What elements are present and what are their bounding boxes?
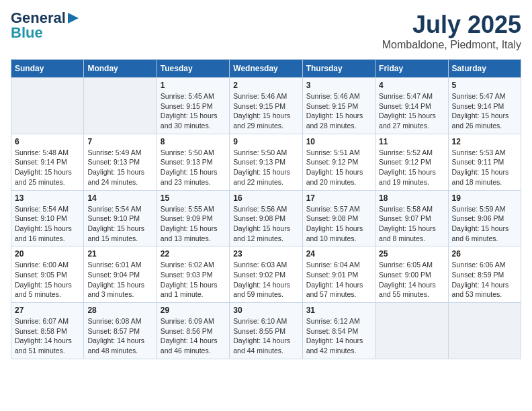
calendar-table: SundayMondayTuesdayWednesdayThursdayFrid… xyxy=(11,59,521,359)
day-info: Sunrise: 5:53 AM Sunset: 9:11 PM Dayligh… xyxy=(452,148,517,187)
calendar-day-cell: 4Sunrise: 5:47 AM Sunset: 9:14 PM Daylig… xyxy=(375,78,448,134)
day-info: Sunrise: 6:04 AM Sunset: 9:01 PM Dayligh… xyxy=(306,260,371,300)
day-number: 6 xyxy=(15,137,80,146)
day-info: Sunrise: 5:47 AM Sunset: 9:14 PM Dayligh… xyxy=(452,91,517,131)
day-number: 27 xyxy=(15,306,80,315)
day-info: Sunrise: 5:50 AM Sunset: 9:13 PM Dayligh… xyxy=(233,148,298,187)
calendar-day-cell: 19Sunrise: 5:59 AM Sunset: 9:06 PM Dayli… xyxy=(448,190,521,246)
day-number: 17 xyxy=(306,193,371,203)
day-number: 3 xyxy=(306,81,371,90)
day-number: 2 xyxy=(233,81,298,90)
calendar-week-row: 27Sunrise: 6:07 AM Sunset: 8:58 PM Dayli… xyxy=(11,303,521,359)
day-number: 20 xyxy=(15,249,80,259)
weekday-header-row: SundayMondayTuesdayWednesdayThursdayFrid… xyxy=(11,60,521,78)
calendar-day-cell: 20Sunrise: 6:00 AM Sunset: 9:05 PM Dayli… xyxy=(11,246,84,303)
day-info: Sunrise: 6:08 AM Sunset: 8:57 PM Dayligh… xyxy=(87,316,152,356)
calendar-week-row: 13Sunrise: 5:54 AM Sunset: 9:10 PM Dayli… xyxy=(11,190,521,246)
calendar-day-cell: 9Sunrise: 5:50 AM Sunset: 9:13 PM Daylig… xyxy=(230,134,302,190)
day-info: Sunrise: 5:49 AM Sunset: 9:13 PM Dayligh… xyxy=(87,148,152,187)
calendar-body: 1Sunrise: 5:45 AM Sunset: 9:15 PM Daylig… xyxy=(11,78,521,359)
title-block: July 2025 Mombaldone, Piedmont, Italy xyxy=(382,11,521,51)
day-info: Sunrise: 6:02 AM Sunset: 9:03 PM Dayligh… xyxy=(161,260,226,300)
logo-blue-text: Blue xyxy=(11,26,43,40)
day-number: 12 xyxy=(452,137,517,146)
weekday-header-cell: Friday xyxy=(375,60,448,78)
day-info: Sunrise: 6:09 AM Sunset: 8:56 PM Dayligh… xyxy=(161,316,226,356)
calendar-day-cell: 22Sunrise: 6:02 AM Sunset: 9:03 PM Dayli… xyxy=(157,246,229,303)
calendar-day-cell: 7Sunrise: 5:49 AM Sunset: 9:13 PM Daylig… xyxy=(84,134,157,190)
calendar-day-cell: 2Sunrise: 5:46 AM Sunset: 9:15 PM Daylig… xyxy=(230,78,302,134)
weekday-header-cell: Monday xyxy=(84,60,157,78)
calendar-day-cell: 12Sunrise: 5:53 AM Sunset: 9:11 PM Dayli… xyxy=(448,134,521,190)
day-number: 10 xyxy=(306,137,371,146)
day-number: 8 xyxy=(161,137,226,146)
day-number: 18 xyxy=(379,193,444,203)
calendar-day-cell: 5Sunrise: 5:47 AM Sunset: 9:14 PM Daylig… xyxy=(448,78,521,134)
day-number: 13 xyxy=(15,193,80,203)
day-number: 29 xyxy=(161,306,226,315)
calendar-day-cell: 10Sunrise: 5:51 AM Sunset: 9:12 PM Dayli… xyxy=(302,134,375,190)
calendar-day-cell: 27Sunrise: 6:07 AM Sunset: 8:58 PM Dayli… xyxy=(11,303,84,359)
day-number: 19 xyxy=(452,193,517,203)
day-info: Sunrise: 5:52 AM Sunset: 9:12 PM Dayligh… xyxy=(379,148,444,187)
calendar-day-cell: 14Sunrise: 5:54 AM Sunset: 9:10 PM Dayli… xyxy=(84,190,157,246)
day-info: Sunrise: 5:47 AM Sunset: 9:14 PM Dayligh… xyxy=(379,91,444,131)
day-info: Sunrise: 5:51 AM Sunset: 9:12 PM Dayligh… xyxy=(306,148,371,187)
calendar-day-cell: 16Sunrise: 5:56 AM Sunset: 9:08 PM Dayli… xyxy=(230,190,302,246)
day-number: 1 xyxy=(161,81,226,90)
calendar-day-cell: 28Sunrise: 6:08 AM Sunset: 8:57 PM Dayli… xyxy=(84,303,157,359)
location-text: Mombaldone, Piedmont, Italy xyxy=(382,39,521,51)
day-number: 31 xyxy=(306,306,371,315)
calendar-week-row: 20Sunrise: 6:00 AM Sunset: 9:05 PM Dayli… xyxy=(11,246,521,303)
day-info: Sunrise: 5:48 AM Sunset: 9:14 PM Dayligh… xyxy=(15,148,80,187)
day-number: 22 xyxy=(161,249,226,259)
day-info: Sunrise: 6:07 AM Sunset: 8:58 PM Dayligh… xyxy=(15,316,80,356)
day-number: 11 xyxy=(379,137,444,146)
day-info: Sunrise: 5:46 AM Sunset: 9:15 PM Dayligh… xyxy=(306,91,371,131)
calendar-day-cell xyxy=(84,78,157,134)
day-number: 26 xyxy=(452,249,517,259)
day-info: Sunrise: 5:46 AM Sunset: 9:15 PM Dayligh… xyxy=(233,91,298,131)
calendar-day-cell: 13Sunrise: 5:54 AM Sunset: 9:10 PM Dayli… xyxy=(11,190,84,246)
day-info: Sunrise: 5:57 AM Sunset: 9:08 PM Dayligh… xyxy=(306,204,371,244)
logo-arrow-icon xyxy=(66,11,80,25)
day-number: 5 xyxy=(452,81,517,90)
month-title: July 2025 xyxy=(382,11,521,39)
weekday-header-cell: Tuesday xyxy=(157,60,229,78)
day-info: Sunrise: 5:59 AM Sunset: 9:06 PM Dayligh… xyxy=(452,204,517,244)
day-number: 4 xyxy=(379,81,444,90)
day-number: 7 xyxy=(87,137,152,146)
calendar-day-cell: 31Sunrise: 6:12 AM Sunset: 8:54 PM Dayli… xyxy=(302,303,375,359)
calendar-day-cell: 17Sunrise: 5:57 AM Sunset: 9:08 PM Dayli… xyxy=(302,190,375,246)
calendar-day-cell: 1Sunrise: 5:45 AM Sunset: 9:15 PM Daylig… xyxy=(157,78,229,134)
calendar-day-cell: 15Sunrise: 5:55 AM Sunset: 9:09 PM Dayli… xyxy=(157,190,229,246)
calendar-day-cell xyxy=(11,78,84,134)
day-info: Sunrise: 5:58 AM Sunset: 9:07 PM Dayligh… xyxy=(379,204,444,244)
day-info: Sunrise: 5:54 AM Sunset: 9:10 PM Dayligh… xyxy=(87,204,152,244)
logo-text: General xyxy=(11,11,66,26)
calendar-day-cell: 3Sunrise: 5:46 AM Sunset: 9:15 PM Daylig… xyxy=(302,78,375,134)
day-info: Sunrise: 6:05 AM Sunset: 9:00 PM Dayligh… xyxy=(379,260,444,300)
page-header: General Blue July 2025 Mombaldone, Piedm… xyxy=(11,11,521,51)
day-number: 28 xyxy=(87,306,152,315)
day-number: 15 xyxy=(161,193,226,203)
calendar-week-row: 1Sunrise: 5:45 AM Sunset: 9:15 PM Daylig… xyxy=(11,78,521,134)
day-number: 24 xyxy=(306,249,371,259)
svg-marker-0 xyxy=(68,13,79,24)
logo: General Blue xyxy=(11,11,80,40)
calendar-day-cell: 8Sunrise: 5:50 AM Sunset: 9:13 PM Daylig… xyxy=(157,134,229,190)
weekday-header-cell: Saturday xyxy=(448,60,521,78)
day-info: Sunrise: 6:12 AM Sunset: 8:54 PM Dayligh… xyxy=(306,316,371,356)
day-number: 14 xyxy=(87,193,152,203)
day-number: 23 xyxy=(233,249,298,259)
day-info: Sunrise: 5:50 AM Sunset: 9:13 PM Dayligh… xyxy=(161,148,226,187)
calendar-day-cell: 30Sunrise: 6:10 AM Sunset: 8:55 PM Dayli… xyxy=(230,303,302,359)
calendar-day-cell: 23Sunrise: 6:03 AM Sunset: 9:02 PM Dayli… xyxy=(230,246,302,303)
day-number: 9 xyxy=(233,137,298,146)
day-info: Sunrise: 5:54 AM Sunset: 9:10 PM Dayligh… xyxy=(15,204,80,244)
calendar-day-cell: 25Sunrise: 6:05 AM Sunset: 9:00 PM Dayli… xyxy=(375,246,448,303)
weekday-header-cell: Wednesday xyxy=(230,60,302,78)
calendar-day-cell: 6Sunrise: 5:48 AM Sunset: 9:14 PM Daylig… xyxy=(11,134,84,190)
day-number: 16 xyxy=(233,193,298,203)
calendar-day-cell: 21Sunrise: 6:01 AM Sunset: 9:04 PM Dayli… xyxy=(84,246,157,303)
